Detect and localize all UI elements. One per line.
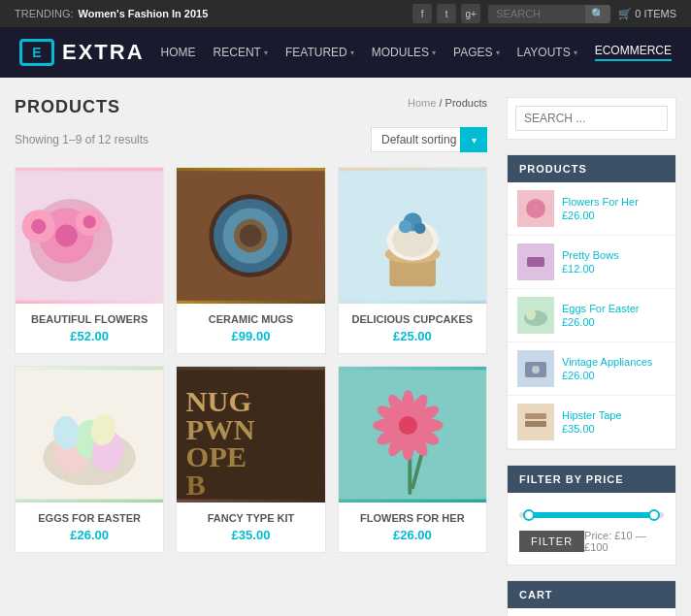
sidebar-product-2[interactable]: Pretty Bows £12.00 — [508, 236, 675, 289]
top-bar: TRENDING: Women's Fashion In 2015 f t g+… — [0, 0, 691, 27]
product-image-2 — [177, 168, 324, 304]
sidebar-thumb-1 — [517, 190, 554, 227]
nav-home[interactable]: HOME — [161, 46, 196, 59]
svg-point-3 — [55, 225, 78, 247]
sort-select[interactable]: Default sorting — [371, 127, 487, 152]
top-bar-right: f t g+ 🔍 🛒 0 ITEMS — [412, 4, 676, 23]
sidebar-thumb-3 — [517, 297, 554, 334]
svg-rect-64 — [525, 413, 546, 419]
top-search-button[interactable]: 🔍 — [585, 5, 610, 23]
price-slider-fill — [526, 512, 656, 518]
sidebar-product-info-3: Eggs For Easter £26.00 — [562, 303, 639, 328]
sidebar-product-price-2: £12.00 — [562, 263, 619, 275]
sidebar-cart-section: CART No products in the cart. — [507, 580, 676, 616]
svg-rect-55 — [527, 257, 544, 267]
product-price-3: £25.00 — [348, 329, 477, 343]
svg-point-7 — [82, 215, 95, 228]
product-price-2: £99.00 — [186, 329, 314, 343]
product-card-5[interactable]: NUG PWN OPE B FANCY TYPE KIT £35.00 — [176, 366, 325, 553]
sidebar-product-name-1: Flowers For Her — [562, 196, 639, 208]
svg-rect-63 — [525, 421, 546, 427]
product-info-3: DELICIOUS CUPCAKES £25.00 — [339, 304, 486, 353]
price-slider[interactable] — [519, 512, 664, 518]
twitter-icon[interactable]: t — [437, 4, 456, 23]
price-handle-right[interactable] — [648, 509, 660, 521]
sidebar-filter-heading: FILTER BY PRICE — [508, 466, 675, 493]
product-price-6: £26.00 — [348, 528, 477, 542]
product-image-5: NUG PWN OPE B — [177, 367, 324, 503]
cart-body: No products in the cart. — [508, 608, 675, 616]
top-search-input[interactable] — [488, 6, 585, 21]
sidebar-product-3[interactable]: Eggs For Easter £26.00 — [508, 289, 675, 342]
product-info-5: FANCY TYPE KIT £35.00 — [177, 503, 324, 552]
showing-text: Showing 1–9 of 12 results — [15, 133, 148, 146]
sidebar-product-info-4: Vintage Appliances £26.00 — [562, 356, 652, 381]
product-image-4 — [16, 367, 163, 503]
nav-featured[interactable]: FEATURED ▾ — [285, 46, 354, 59]
nav-ecommerce[interactable]: ECOMMERCE — [595, 44, 672, 61]
product-image-3 — [339, 168, 486, 304]
sidebar-product-name-5: Hipster Tape — [562, 409, 622, 421]
svg-point-61 — [532, 366, 540, 373]
sort-select-wrap[interactable]: Default sorting ▾ — [371, 127, 487, 152]
product-grid: BEAUTIFUL FLOWERS £52.00 — [15, 167, 487, 553]
product-card-1[interactable]: BEAUTIFUL FLOWERS £52.00 — [15, 167, 164, 354]
product-name-4: EGGS FOR EASTER — [25, 512, 153, 524]
sidebar-product-name-4: Vintage Appliances — [562, 356, 652, 368]
nav-pages[interactable]: PAGES ▾ — [453, 46, 499, 59]
products-content: PRODUCTS Home / Products Showing 1–9 of … — [15, 97, 487, 616]
filter-button[interactable]: FILTER — [519, 531, 584, 552]
google-icon[interactable]: g+ — [461, 4, 480, 23]
trending-text: Women's Fashion In 2015 — [79, 8, 209, 19]
product-name-5: FANCY TYPE KIT — [186, 512, 314, 524]
sidebar-thumb-4 — [517, 350, 554, 387]
header: E EXTRA HOME RECENT ▾ FEATURED ▾ MODULES… — [0, 27, 691, 78]
main-nav: HOME RECENT ▾ FEATURED ▾ MODULES ▾ PAGES… — [161, 44, 672, 61]
product-name-1: BEAUTIFUL FLOWERS — [25, 313, 153, 325]
price-filter-footer: FILTER Price: £10 — £100 — [519, 530, 664, 553]
sidebar-product-4[interactable]: Vintage Appliances £26.00 — [508, 342, 675, 396]
svg-point-51 — [399, 416, 417, 435]
sidebar-search-section — [507, 97, 676, 140]
logo-icon: E — [19, 39, 54, 66]
product-card-6[interactable]: FLOWERS FOR HER £26.00 — [338, 366, 487, 553]
svg-point-22 — [414, 223, 425, 234]
sidebar-product-name-3: Eggs For Easter — [562, 303, 639, 314]
product-card-3[interactable]: DELICIOUS CUPCAKES £25.00 — [338, 167, 487, 354]
product-price-4: £26.00 — [25, 528, 153, 542]
svg-text:B: B — [186, 469, 206, 502]
svg-point-21 — [399, 220, 411, 233]
product-info-2: CERAMIC MUGS £99.00 — [177, 304, 324, 353]
product-card-2[interactable]: CERAMIC MUGS £99.00 — [176, 167, 325, 354]
sidebar-search-input[interactable] — [515, 106, 668, 131]
sidebar-cart-heading: CART — [508, 581, 675, 608]
trending-label: TRENDING: — [15, 8, 74, 19]
facebook-icon[interactable]: f — [412, 4, 432, 23]
product-image-6 — [339, 367, 486, 503]
breadcrumb-current: Products — [445, 97, 487, 109]
logo-letter: E — [32, 45, 41, 60]
svg-point-14 — [240, 225, 262, 247]
product-info-6: FLOWERS FOR HER £26.00 — [339, 503, 486, 552]
product-price-5: £35.00 — [186, 528, 314, 542]
product-info-1: BEAUTIFUL FLOWERS £52.00 — [16, 304, 163, 353]
sidebar-product-5[interactable]: Hipster Tape £35.00 — [508, 396, 675, 449]
price-handle-left[interactable] — [523, 509, 535, 521]
logo-name: EXTRA — [62, 40, 145, 65]
sidebar-product-price-5: £35.00 — [562, 423, 622, 435]
nav-recent[interactable]: RECENT ▾ — [214, 46, 268, 59]
sidebar-product-1[interactable]: Flowers For Her £26.00 — [508, 182, 675, 236]
price-range-text: Price: £10 — £100 — [584, 530, 664, 553]
top-search-bar[interactable]: 🔍 — [488, 5, 610, 23]
nav-layouts[interactable]: LAYOUTS ▾ — [517, 46, 577, 59]
sidebar-search-wrap[interactable] — [508, 98, 675, 139]
price-filter-body: FILTER Price: £10 — £100 — [508, 493, 675, 565]
cart-icon[interactable]: 🛒 0 ITEMS — [618, 8, 676, 20]
sidebar: PRODUCTS Flowers For Her £26.00 Pretty B… — [507, 97, 676, 616]
sidebar-products-section: PRODUCTS Flowers For Her £26.00 Pretty B… — [507, 154, 676, 450]
logo[interactable]: E EXTRA — [19, 39, 145, 66]
product-card-4[interactable]: EGGS FOR EASTER £26.00 — [15, 366, 164, 553]
nav-modules[interactable]: MODULES ▾ — [372, 46, 436, 59]
breadcrumb-home[interactable]: Home — [408, 97, 436, 109]
filter-bar: Showing 1–9 of 12 results Default sortin… — [15, 127, 487, 152]
